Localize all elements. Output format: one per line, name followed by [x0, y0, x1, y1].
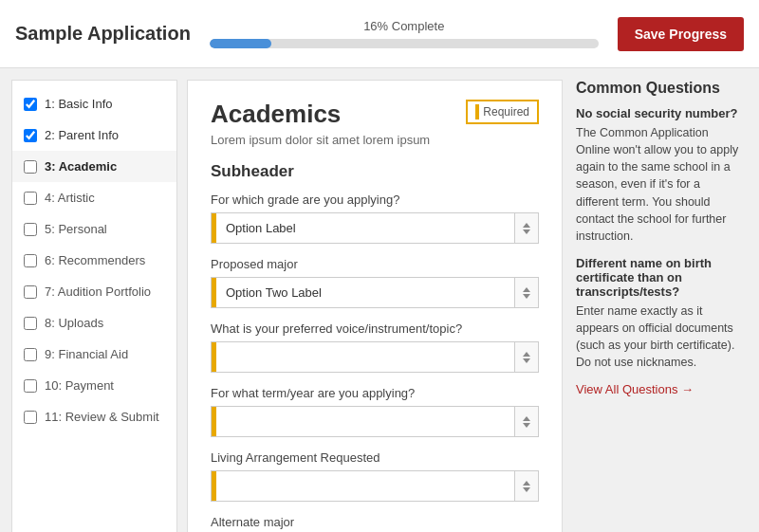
common-questions-panel: Common Questions No social security numb…: [572, 80, 748, 532]
sidebar-item-6[interactable]: 6: Recommenders: [12, 245, 176, 276]
select-arrow-0: [514, 213, 538, 243]
common-answer-0: The Common Application Online won't allo…: [576, 124, 744, 245]
form-group-5: Alternate major: [211, 515, 539, 532]
sidebar-checkbox-5[interactable]: [24, 223, 37, 236]
form-label-5: Alternate major: [211, 515, 539, 529]
sidebar-item-label-2: 2: Parent Info: [45, 128, 119, 142]
sidebar-checkbox-7[interactable]: [24, 285, 37, 299]
form-select-3[interactable]: [216, 407, 514, 436]
progress-bar-background: [210, 39, 599, 48]
form-group-1: Proposed majorOption Two Label: [211, 257, 539, 308]
sidebar-item-10[interactable]: 10: Payment: [12, 370, 176, 401]
sidebar-item-1[interactable]: 1: Basic Info: [12, 88, 176, 119]
common-questions-list: No social security number?The Common App…: [576, 106, 744, 371]
form-label-0: For which grade are you applying?: [211, 193, 539, 207]
subheader: Subheader: [211, 162, 539, 181]
form-select-0[interactable]: Option Label: [216, 213, 514, 243]
field-wrapper-1: Option Two Label: [211, 277, 539, 308]
sidebar-item-4[interactable]: 4: Artistic: [12, 182, 176, 213]
sidebar-item-11[interactable]: 11: Review & Submit: [12, 401, 176, 432]
form-group-2: What is your preferred voice/instrument/…: [211, 321, 539, 373]
form-group-0: For which grade are you applying?Option …: [211, 193, 539, 244]
sidebar-item-label-10: 10: Payment: [45, 378, 114, 393]
sidebar-checkbox-9[interactable]: [24, 348, 37, 361]
sidebar-checkbox-3[interactable]: [24, 160, 37, 174]
chevron-up-icon: [523, 287, 530, 292]
chevron-up-icon: [523, 352, 530, 357]
section-header: Academics Required: [211, 100, 539, 129]
form-label-2: What is your preferred voice/instrument/…: [211, 321, 539, 336]
progress-section: 16% Complete: [210, 19, 599, 48]
form-select-1[interactable]: Option Two Label: [216, 278, 514, 307]
sidebar-item-8[interactable]: 8: Uploads: [12, 307, 176, 339]
main-layout: 1: Basic Info2: Parent Info3: Academic4:…: [0, 68, 759, 532]
chevron-up-icon: [523, 481, 530, 486]
sidebar-item-2[interactable]: 2: Parent Info: [12, 119, 176, 151]
chevron-down-icon: [523, 294, 530, 299]
required-badge-bar: [475, 104, 479, 119]
field-wrapper-2: [211, 341, 539, 373]
sidebar-item-label-9: 9: Financial Aid: [45, 347, 128, 361]
chevron-down-icon: [523, 229, 530, 234]
select-arrow-2: [514, 342, 538, 372]
sidebar-checkbox-4[interactable]: [24, 192, 37, 205]
form-label-3: For what term/year are you applying?: [211, 386, 539, 400]
form-select-4[interactable]: [216, 471, 514, 501]
chevron-up-icon: [523, 223, 530, 228]
app-title: Sample Application: [15, 23, 191, 45]
common-question-0: No social security number?: [576, 106, 744, 120]
sidebar-checkbox-6[interactable]: [24, 254, 37, 267]
chevron-down-icon: [523, 358, 530, 363]
sidebar-item-label-8: 8: Uploads: [45, 316, 103, 330]
sidebar-item-label-11: 11: Review & Submit: [45, 410, 159, 424]
common-answer-1: Enter name exactly as it appears on offi…: [576, 303, 744, 372]
sidebar-item-label-7: 7: Audition Portfolio: [45, 284, 151, 299]
view-all-questions-link[interactable]: View All Questions →: [576, 382, 694, 396]
sidebar-item-5[interactable]: 5: Personal: [12, 213, 176, 245]
sidebar-item-7[interactable]: 7: Audition Portfolio: [12, 276, 176, 307]
sidebar-checkbox-1[interactable]: [24, 98, 37, 111]
select-arrow-3: [514, 407, 538, 436]
common-questions-title: Common Questions: [576, 80, 744, 97]
required-badge: Required: [466, 100, 539, 124]
form-label-1: Proposed major: [211, 257, 539, 271]
app-header: Sample Application 16% Complete Save Pro…: [0, 0, 759, 68]
sidebar-item-9[interactable]: 9: Financial Aid: [12, 339, 176, 370]
progress-bar-fill: [210, 39, 272, 48]
field-wrapper-4: [211, 470, 539, 502]
common-question-1: Different name on birth certificate than…: [576, 256, 744, 299]
form-fields: For which grade are you applying?Option …: [211, 193, 539, 532]
sidebar-item-label-1: 1: Basic Info: [45, 97, 113, 111]
sidebar-item-label-4: 4: Artistic: [45, 191, 95, 205]
form-label-4: Living Arrangement Requested: [211, 450, 539, 465]
chevron-down-icon: [523, 487, 530, 492]
section-description: Lorem ipsum dolor sit amet lorem ipsum: [211, 133, 539, 147]
form-group-4: Living Arrangement Requested: [211, 450, 539, 502]
chevron-down-icon: [523, 423, 530, 428]
main-content: Academics Required Lorem ipsum dolor sit…: [187, 80, 563, 532]
sidebar-checkbox-8[interactable]: [24, 317, 37, 330]
form-select-2[interactable]: [216, 342, 514, 372]
select-arrow-4: [514, 471, 538, 501]
sidebar-item-3[interactable]: 3: Academic: [12, 151, 176, 182]
form-group-3: For what term/year are you applying?: [211, 386, 539, 437]
sidebar-item-label-6: 6: Recommenders: [45, 253, 145, 267]
sidebar-checkbox-2[interactable]: [24, 129, 37, 142]
sidebar: 1: Basic Info2: Parent Info3: Academic4:…: [11, 80, 177, 532]
sidebar-checkbox-11[interactable]: [24, 411, 37, 424]
sidebar-item-label-5: 5: Personal: [45, 222, 107, 236]
sidebar-item-label-3: 3: Academic: [45, 159, 117, 174]
save-progress-button[interactable]: Save Progress: [618, 17, 744, 51]
sidebar-checkbox-10[interactable]: [24, 379, 37, 393]
required-label: Required: [483, 105, 529, 119]
section-title: Academics: [211, 100, 341, 129]
select-arrow-1: [514, 278, 538, 307]
progress-label: 16% Complete: [363, 19, 444, 33]
field-wrapper-3: [211, 406, 539, 437]
field-wrapper-0: Option Label: [211, 212, 539, 244]
chevron-up-icon: [523, 416, 530, 421]
